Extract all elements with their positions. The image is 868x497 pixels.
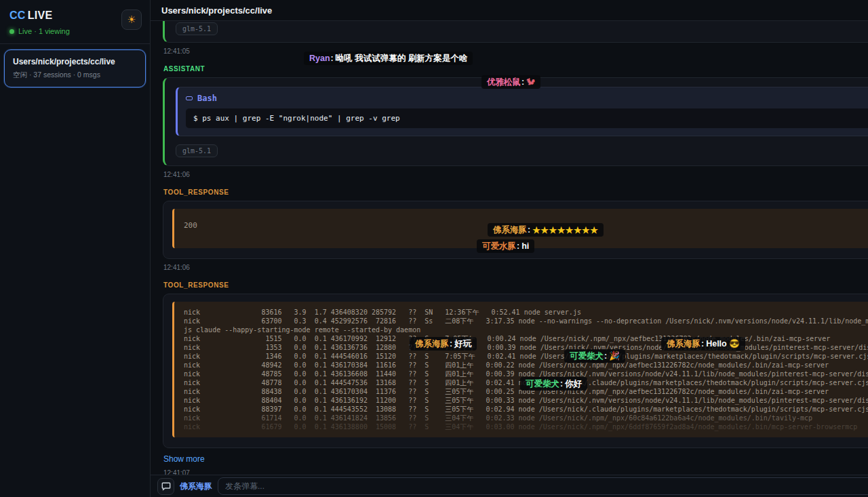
message-timestamp: 12:41:06: [163, 171, 868, 178]
terminal-line: nick 1515 0.0 0.1 436170992 12912 ?? S 7…: [184, 334, 868, 343]
message-timestamp: 12:41:06: [163, 264, 868, 271]
assistant-label: ASSISTANT: [163, 65, 868, 73]
danmaku-input[interactable]: [218, 477, 868, 495]
composer-nickname: 佛系海豚: [180, 481, 212, 492]
main-panel: Users/nick/projects/cc/live glm-5.1 12:4…: [151, 0, 868, 497]
danmaku-composer: 佛系海豚 ☺ Send: [151, 475, 868, 497]
message-timestamp: 12:41:07: [163, 469, 868, 475]
session-title: Users/nick/projects/cc/live: [13, 57, 137, 66]
terminal-line: nick 88438 0.0 0.1 436170304 11376 ?? S …: [184, 387, 868, 396]
logo-cc: CC: [9, 9, 26, 21]
terminal-line: nick 1346 0.0 0.1 444546016 15120 ?? S 7…: [184, 352, 868, 361]
terminal-line: nick 88397 0.0 0.1 444543552 13088 ?? S …: [184, 405, 868, 414]
tool-name: Bash: [197, 94, 217, 103]
topbar: Users/nick/projects/cc/live: [151, 0, 868, 21]
session-card[interactable]: Users/nick/projects/cc/live 空闲 · 37 sess…: [4, 49, 146, 87]
live-dot-icon: [9, 29, 14, 34]
terminal-line: nick 61714 0.0 0.1 436141824 13856 ?? S …: [184, 414, 868, 422]
tool-response-output: 200: [172, 209, 868, 248]
theme-toggle-button[interactable]: ☀: [121, 9, 142, 30]
chat-bubble-button[interactable]: [157, 478, 174, 495]
assistant-message-card: Bash $ ps aux | grep -E "ngrok|node" | g…: [163, 77, 868, 166]
terminal-line: nick 48778 0.0 0.1 444547536 13168 ?? S …: [184, 378, 868, 387]
show-more-link[interactable]: Show more: [163, 454, 205, 464]
tool-response-card: 200: [163, 201, 868, 259]
terminal-line: js claude --happy-starting-mode remote -…: [184, 325, 868, 334]
terminal-line: nick 88404 0.0 0.1 436136192 11200 ?? S …: [184, 396, 868, 405]
sidebar: CCLIVE Live · 1 viewing ☀ Users/nick/pro…: [0, 0, 151, 497]
terminal-line: nick 63700 0.3 0.4 452992576 72816 ?? Ss…: [184, 317, 868, 325]
terminal-output: nick 83616 3.9 1.7 436408320 285792 ?? S…: [172, 302, 868, 437]
message-card-partial: glm-5.1: [163, 21, 868, 43]
terminal-line: nick 48785 0.0 0.1 436136608 11440 ?? S …: [184, 370, 868, 378]
live-status: Live · 1 viewing: [9, 27, 140, 35]
model-badge: glm-5.1: [176, 22, 218, 35]
tool-response-card: nick 83616 3.9 1.7 436408320 285792 ?? S…: [163, 294, 868, 448]
bash-command: $ ps aux | grep -E "ngrok|node" | grep -…: [186, 108, 868, 128]
tool-response-label: TOOL_RESPONSE: [163, 188, 868, 196]
session-meta: 空闲 · 37 sessions · 0 msgs: [13, 71, 137, 80]
tool-use-card: Bash $ ps aux | grep -E "ngrok|node" | g…: [176, 87, 868, 136]
sun-icon: ☀: [127, 14, 136, 26]
terminal-line: nick 61679 0.0 0.1 436138800 15008 ?? S …: [184, 422, 868, 431]
model-badge: glm-5.1: [176, 144, 218, 157]
speech-bubble-icon: [161, 481, 171, 491]
page-title: Users/nick/projects/cc/live: [161, 5, 272, 16]
tool-response-label: TOOL_RESPONSE: [163, 281, 868, 289]
terminal-line: nick 1353 0.0 0.1 436136736 12880 ?? S 7…: [184, 343, 868, 352]
terminal-line: nick 48942 0.0 0.1 436170384 11616 ?? S …: [184, 361, 868, 370]
sidebar-header: CCLIVE Live · 1 viewing ☀: [0, 0, 150, 44]
live-status-text: Live · 1 viewing: [18, 27, 70, 35]
terminal-icon: [186, 96, 193, 100]
tool-header: Bash: [186, 94, 868, 103]
terminal-line: nick 83616 3.9 1.7 436408320 285792 ?? S…: [184, 308, 868, 317]
message-timestamp: 12:41:05: [163, 47, 868, 55]
message-feed: glm-5.1 12:41:05 ASSISTANT Bash $ ps aux…: [151, 21, 868, 475]
logo-live: LIVE: [28, 9, 53, 21]
app-window: CCLIVE Live · 1 viewing ☀ Users/nick/pro…: [0, 0, 868, 497]
